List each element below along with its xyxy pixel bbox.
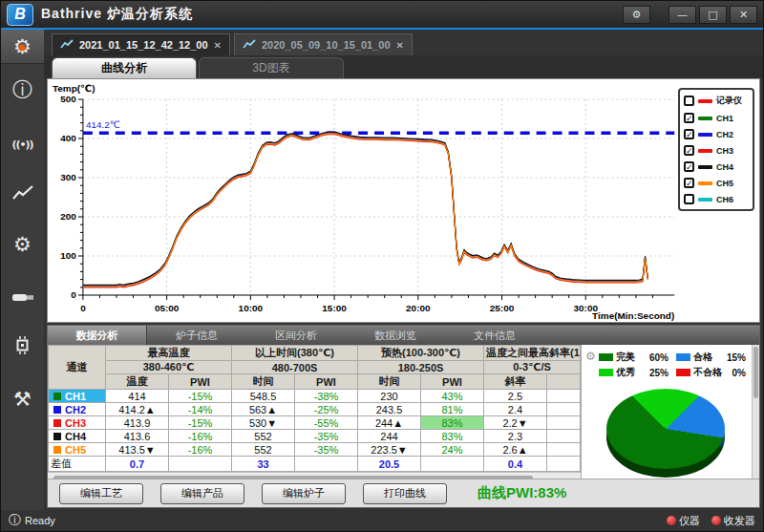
pie-legend-swatch [676, 353, 690, 361]
channel-cell[interactable]: CH2 [49, 403, 106, 416]
pie-legend-pct: 25% [649, 368, 668, 378]
status-dot-icon [667, 516, 676, 525]
series-color-swatch [698, 99, 712, 103]
analysis-tab-1[interactable]: 炉子信息 [147, 326, 246, 345]
table-cell [547, 430, 581, 443]
svg-text:10:00: 10:00 [239, 303, 264, 313]
group-header: 最高温度 [106, 346, 232, 361]
tools-icon: ⚒ [13, 388, 32, 411]
analysis-tab-2[interactable]: 区间分析 [246, 326, 346, 345]
view-tabs: 曲线分析3D图表 [44, 55, 763, 78]
edit-furnace-button[interactable]: 编辑炉子 [262, 483, 346, 504]
scrollbar-thumb[interactable] [753, 347, 758, 398]
close-tab-icon[interactable]: ✕ [396, 40, 404, 51]
settings-icon: ⚙ [13, 35, 32, 58]
edit-process-button[interactable]: 编辑工艺 [59, 483, 143, 504]
checkbox-checked-icon[interactable]: ✓ [684, 161, 694, 172]
analysis-tab-3[interactable]: 数据浏览 [346, 326, 445, 345]
legend-label: CH1 [716, 114, 733, 123]
table-header-row: 温度PWI时间PWI时间PWI斜率 [49, 374, 581, 390]
transceiver-status: 收发器 [711, 514, 755, 528]
group-range: 480-700S [232, 361, 358, 374]
doc-tab-0[interactable]: 2021_01_15_12_42_12_00✕ [52, 33, 230, 55]
close-tab-icon[interactable]: ✕ [214, 40, 222, 51]
table-cell: 552 [232, 443, 295, 457]
series-color-swatch [698, 181, 712, 185]
channel-color-square [53, 446, 61, 454]
checkbox-checked-icon[interactable]: ✓ [684, 145, 694, 156]
table-cell: 24% [421, 443, 484, 457]
svg-text:Temp(℃): Temp(℃) [53, 83, 96, 94]
pwi-pie-chart [606, 389, 725, 479]
checkbox-checked-icon[interactable]: ✓ [684, 178, 694, 188]
legend-item-CH2: ✓CH2 [684, 129, 749, 139]
pie-settings-icon[interactable]: ⚙ [585, 350, 596, 363]
window-controls: ⚙ — □ ✕ [623, 6, 757, 24]
table-cell: 243.5 [358, 403, 421, 416]
sidebar-item-broadcast[interactable]: ((•)) [1, 116, 44, 167]
legend-label: CH3 [716, 146, 733, 156]
diff-cell [547, 457, 581, 472]
sidebar-item-usb-device[interactable] [1, 270, 44, 322]
sidebar-item-chip[interactable] [1, 322, 44, 373]
legend-item-记录仪: 记录仪 [684, 95, 749, 107]
curve-file-icon [60, 39, 74, 51]
pie-legend: 完美60%合格15%优秀25%不合格0% [582, 345, 752, 379]
channel-cell[interactable]: CH5 [49, 443, 106, 457]
info-icon: ⓘ [9, 512, 21, 529]
close-button[interactable]: ✕ [730, 6, 757, 24]
legend-label: CH4 [716, 162, 733, 172]
doc-tab-1[interactable]: 2020_05_09_10_15_01_00✕ [234, 33, 413, 55]
svg-text:15:00: 15:00 [322, 303, 347, 313]
sidebar-item-info[interactable]: ⓘ [1, 64, 44, 116]
table-cell: 413.5▼ [106, 443, 169, 457]
edit-product-button[interactable]: 编辑产品 [160, 483, 244, 504]
table-cell: -14% [169, 403, 232, 416]
column-header: 斜率 [484, 374, 547, 390]
sidebar-item-settings[interactable]: ⚙ [1, 30, 44, 64]
titlebar-settings-icon[interactable]: ⚙ [623, 6, 650, 24]
pie-legend-swatch [599, 369, 613, 376]
vertical-scrollbar[interactable] [752, 345, 759, 479]
sidebar-item-tools[interactable]: ⚒ [1, 373, 44, 425]
checkbox-checked-icon[interactable]: ✓ [684, 113, 694, 123]
channel-name: CH1 [65, 391, 86, 402]
analysis-tab-4[interactable]: 文件信息 [445, 326, 544, 345]
status-text: Ready [25, 515, 55, 526]
sidebar-item-curve-analysis[interactable] [1, 167, 44, 219]
channel-name: CH3 [65, 417, 86, 429]
table-cell [547, 416, 581, 430]
pie-legend-item-优秀: 优秀25% [599, 366, 668, 379]
pie-legend-item-合格: 合格15% [676, 351, 746, 364]
table-cell: 2.3 [484, 430, 547, 443]
chart-legend: 记录仪✓CH1✓CH2✓CH3✓CH4✓CH5CH6 [678, 88, 754, 211]
checkbox-unchecked-icon[interactable] [684, 96, 694, 106]
checkbox-unchecked-icon[interactable] [684, 194, 694, 204]
analysis-tab-0[interactable]: 数据分析 [48, 326, 147, 345]
channel-cell[interactable]: CH4 [49, 430, 106, 443]
checkbox-checked-icon[interactable]: ✓ [684, 129, 694, 139]
series-color-swatch [698, 133, 712, 137]
table-cell: -35% [295, 443, 358, 457]
channel-cell[interactable]: CH1 [49, 390, 106, 403]
table-cell: 552 [232, 430, 295, 443]
maximize-button[interactable]: □ [699, 6, 727, 24]
pie-legend-label: 不合格 [693, 366, 722, 379]
print-curve-button[interactable]: 打印曲线 [363, 483, 447, 504]
table-cell: 2.5 [484, 390, 547, 403]
sidebar-item-configuration[interactable]: ⚙ [1, 219, 44, 270]
table-cell: 223.5▼ [358, 443, 421, 457]
tab-3d-chart[interactable]: 3D图表 [199, 57, 344, 78]
curve-file-icon [243, 39, 256, 51]
table-cell: 43% [421, 390, 484, 403]
channel-cell[interactable]: CH3 [49, 416, 106, 430]
table-cell: 413.6 [106, 430, 169, 443]
diff-row: 差值0.73320.50.4 [49, 457, 581, 472]
chip-icon [13, 336, 32, 359]
series-color-swatch [698, 149, 712, 153]
minimize-button[interactable]: — [668, 6, 696, 24]
channel-label-wrap: CH5 [51, 444, 103, 456]
tab-curve-analysis[interactable]: 曲线分析 [52, 57, 197, 78]
table-cell: 244▲ [358, 416, 421, 430]
action-button-row: 编辑工艺编辑产品编辑炉子打印曲线曲线PWI:83% [48, 479, 759, 507]
